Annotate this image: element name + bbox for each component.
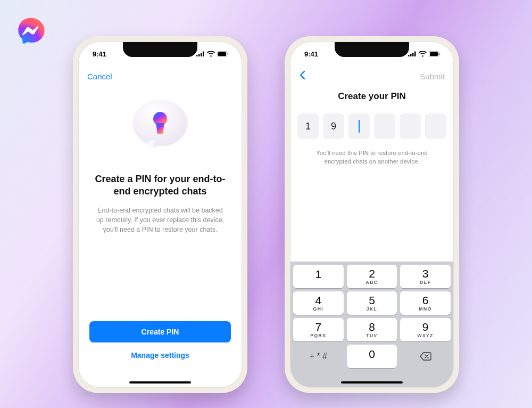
key-digit: 5 (369, 295, 375, 306)
status-time: 9:41 (304, 50, 318, 58)
pin-digit-box[interactable]: 1 (297, 113, 319, 139)
key-letters: DEF (420, 280, 431, 285)
backspace-key[interactable] (400, 345, 451, 368)
keyhole-illustration (126, 96, 195, 160)
home-indicator[interactable] (129, 381, 191, 384)
keypad-key-7[interactable]: 7PQRS (293, 318, 344, 341)
wifi-icon (419, 51, 427, 57)
nav-bar: Cancel (79, 66, 242, 87)
pin-digit-box[interactable] (374, 113, 395, 139)
svg-rect-15 (439, 53, 440, 55)
keypad-key-8[interactable]: 8TUV (347, 318, 397, 341)
symbols-key[interactable]: + * # (293, 345, 344, 368)
pin-digit-box[interactable]: 9 (323, 113, 344, 139)
svg-rect-11 (412, 53, 414, 56)
pin-digit-box[interactable] (400, 113, 421, 139)
battery-icon (217, 51, 229, 57)
keypad-key-6[interactable]: 6MNO (400, 291, 451, 315)
pin-digit-box[interactable] (425, 113, 446, 139)
battery-icon (429, 51, 440, 57)
svg-rect-3 (203, 52, 204, 57)
page-description: You'll need this PIN to restore end-to-e… (290, 149, 453, 166)
nav-bar: Submit (290, 66, 453, 87)
page-title: Create your PIN (290, 91, 453, 102)
key-letters: MNO (419, 306, 432, 312)
wifi-icon (207, 51, 215, 57)
keypad-key-0[interactable]: 0 (347, 345, 397, 368)
pin-input-row[interactable]: 19 (290, 113, 453, 139)
keypad-key-2[interactable]: 2ABC (347, 265, 397, 288)
phone-right: 9:41 Submit C (285, 36, 459, 393)
notch (335, 42, 409, 57)
back-button[interactable] (299, 70, 305, 82)
key-letters: TUV (366, 333, 378, 338)
key-digit: 7 (315, 321, 321, 332)
home-indicator[interactable] (341, 381, 403, 384)
key-letters: WXYZ (417, 333, 434, 338)
key-digit: 0 (369, 348, 375, 360)
notch (123, 42, 197, 57)
key-digit: 4 (315, 295, 321, 306)
signal-icon (196, 51, 205, 56)
svg-rect-1 (198, 54, 200, 56)
keypad-key-5[interactable]: 5JKL (347, 291, 397, 315)
key-letters: JKL (367, 306, 378, 312)
svg-rect-10 (410, 54, 412, 56)
key-digit: 9 (422, 321, 429, 332)
pin-cursor (359, 120, 360, 133)
svg-rect-12 (414, 52, 416, 57)
submit-button: Submit (420, 72, 445, 81)
key-letters: ABC (366, 280, 378, 285)
status-time: 9:41 (93, 50, 106, 58)
svg-rect-2 (201, 53, 202, 56)
create-pin-button[interactable]: Create PIN (89, 321, 231, 342)
key-digit: 1 (315, 268, 321, 280)
phone-left: 9:41 Cancel (73, 36, 247, 393)
svg-rect-6 (228, 53, 229, 55)
key-letters: PQRS (310, 333, 326, 338)
numeric-keypad: 12ABC3DEF4GHI5JKL6MNO7PQRS8TUV9WXYZ+ * #… (290, 262, 453, 387)
keypad-key-1[interactable]: 1 (293, 265, 344, 288)
cancel-button[interactable]: Cancel (87, 72, 112, 81)
keypad-key-3[interactable]: 3DEF (400, 265, 451, 288)
svg-rect-5 (218, 52, 226, 56)
page-title: Create a PIN for your end-to-end encrypt… (93, 173, 228, 198)
page-description: End-to-end encrypted chats will be backe… (93, 206, 228, 234)
svg-rect-0 (196, 55, 198, 56)
manage-settings-link[interactable]: Manage settings (128, 348, 193, 363)
key-digit: 6 (422, 295, 429, 306)
svg-rect-14 (430, 52, 438, 56)
keypad-key-4[interactable]: 4GHI (293, 291, 344, 315)
key-digit: 8 (369, 321, 375, 332)
pin-digit-box[interactable] (348, 113, 370, 139)
svg-rect-9 (408, 55, 410, 56)
key-letters: GHI (313, 306, 324, 312)
keypad-key-9[interactable]: 9WXYZ (400, 318, 451, 341)
key-digit: 3 (422, 268, 429, 279)
signal-icon (408, 51, 417, 56)
key-digit: 2 (369, 268, 375, 279)
